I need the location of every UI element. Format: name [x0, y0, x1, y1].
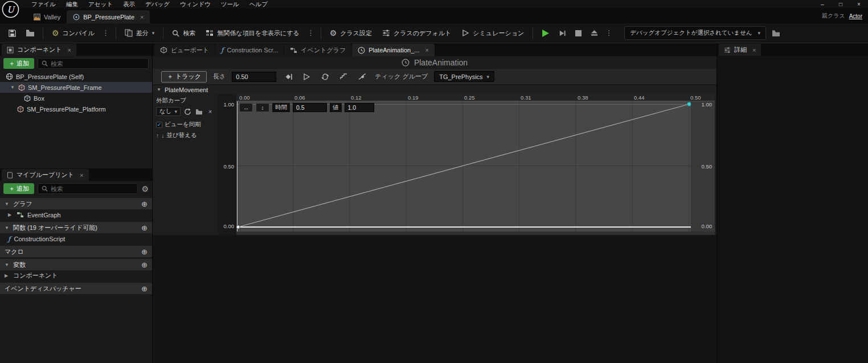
tab-details[interactable]: 詳細 × [719, 44, 761, 56]
tick-group-label: ティック グループ [375, 72, 428, 81]
add-blueprint-item-button[interactable]: ＋ 追加 [3, 183, 34, 194]
last-keyframe-button[interactable] [282, 73, 294, 80]
browse-curve-button[interactable] [194, 107, 203, 116]
eject-button[interactable] [587, 26, 601, 40]
tab-close-icon[interactable]: × [138, 14, 144, 20]
parent-class-link[interactable]: Actor [849, 13, 862, 19]
clear-curve-button[interactable]: × [206, 107, 215, 116]
menu-help[interactable]: ヘルプ [244, 0, 273, 9]
menu-window[interactable]: ウィンドウ [175, 0, 216, 9]
diff-icon [125, 29, 133, 37]
close-icon[interactable]: × [750, 47, 756, 53]
add-function-button[interactable]: ⊕ [141, 224, 148, 232]
expander-icon[interactable]: ▼ [157, 87, 162, 92]
loop-button[interactable] [319, 73, 331, 80]
close-window-button[interactable]: × [850, 0, 868, 9]
section-graphs[interactable]: ▼ グラフ ⊕ [0, 198, 152, 209]
expander-icon[interactable]: ▼ [10, 85, 15, 90]
class-defaults-button[interactable]: クラスのデフォルト [378, 26, 455, 40]
menu-view[interactable]: 表示 [118, 0, 140, 9]
tab-timeline[interactable]: PlateAnimation_... × [352, 44, 435, 56]
collapse-icon[interactable]: ▶ [5, 273, 10, 278]
move-down-icon[interactable]: ↓ [161, 132, 164, 139]
close-icon[interactable]: × [77, 172, 83, 179]
tab-my-blueprint[interactable]: マイブループリント × [2, 169, 89, 181]
item-construction-script[interactable]: ƒ ConstructionScript [0, 233, 152, 244]
tab-eventgraph[interactable]: イベントグラフ [284, 44, 351, 56]
time-tick: 0.38 [578, 94, 588, 101]
item-components-category[interactable]: ▶ コンポーネント [0, 270, 152, 281]
menu-edit[interactable]: 編集 [61, 0, 83, 9]
stairs-button[interactable] [338, 73, 350, 80]
browse-asset-button[interactable] [22, 26, 38, 40]
keyframe-value-input[interactable] [345, 103, 374, 112]
tree-label: SM_PressurePlate_Frame [28, 84, 102, 91]
add-macro-button[interactable]: ⊕ [141, 248, 148, 255]
section-variables[interactable]: ▼ 変数 ⊕ [0, 259, 152, 270]
play-button[interactable] [538, 26, 553, 40]
tab-construction-script[interactable]: ƒ Construction Scr... [215, 44, 284, 56]
filter-gear-icon[interactable]: ⚙ [141, 185, 149, 193]
use-selected-asset-button[interactable] [183, 107, 192, 116]
find-button[interactable]: 検索 [168, 26, 199, 40]
tab-viewport[interactable]: ビューポート [154, 44, 215, 56]
stop-button[interactable] [572, 26, 585, 40]
tree-row-frame[interactable]: ▼ SM_PressurePlate_Frame [0, 82, 152, 93]
curve-editor[interactable]: 0.00 0.06 0.12 0.19 0.25 0.31 0.38 0.44 … [236, 94, 715, 235]
item-construction-script-label: ConstructionScript [14, 236, 65, 242]
compile-button[interactable]: ⚙ コンパイル [48, 26, 99, 40]
diff-button[interactable]: 差分 ▾ [121, 26, 159, 40]
curve-options-button[interactable] [356, 73, 369, 80]
move-up-icon[interactable]: ↑ [156, 132, 159, 139]
debug-object-dropdown[interactable]: デバッグオブジェクトが選択されていません ▾ [624, 26, 766, 40]
components-panel: コンポーネント × ＋ 追加 BP_PressurePlate (Self) ▼ [0, 43, 153, 168]
tree-row-box[interactable]: Box [0, 93, 152, 104]
add-dispatcher-button[interactable]: ⊕ [141, 285, 148, 292]
tree-row-platform[interactable]: SM_PressurePlate_Platform [0, 104, 152, 114]
section-functions[interactable]: ▼ 関数 (19 オーバーライド可能) ⊕ [0, 222, 152, 233]
add-component-button[interactable]: ＋ 追加 [3, 58, 34, 69]
minimize-button[interactable]: – [813, 0, 832, 9]
menu-file[interactable]: ファイル [26, 0, 61, 9]
keyframe-time-input[interactable] [293, 103, 327, 112]
frame-skip-button[interactable] [555, 26, 570, 40]
save-button[interactable] [5, 26, 20, 40]
tree-row-self[interactable]: BP_PressurePlate (Self) [0, 71, 152, 82]
play-preview-button[interactable] [301, 73, 313, 80]
add-graph-button[interactable]: ⊕ [141, 200, 148, 208]
close-icon[interactable]: × [65, 47, 71, 53]
tab-level-valley[interactable]: Valley [27, 10, 67, 23]
tab-blueprint-asset[interactable]: BP_PressurePlate × [67, 10, 150, 23]
tick-group-dropdown[interactable]: TG_PrePhysics ▾ [434, 71, 494, 82]
my-blueprint-search-input[interactable] [51, 185, 134, 192]
fit-horizontal-button[interactable]: ↔ [239, 103, 253, 112]
track-header[interactable]: ▼ PlateMovement [153, 85, 716, 94]
menu-debug[interactable]: デバッグ [140, 0, 175, 9]
time-tick: 0.19 [408, 94, 419, 101]
debug-browse-button[interactable] [768, 26, 784, 40]
compile-options-button[interactable]: ⋮ [101, 29, 111, 37]
play-options-button[interactable]: ⋮ [604, 29, 614, 37]
external-curve-value: なし [159, 108, 171, 116]
time-ruler[interactable]: 0.00 0.06 0.12 0.19 0.25 0.31 0.38 0.44 … [236, 94, 715, 101]
hide-unrelated-options-button[interactable]: ⋮ [306, 29, 316, 37]
collapse-icon[interactable]: ▶ [8, 212, 13, 217]
tab-components[interactable]: コンポーネント × [2, 44, 76, 56]
close-icon[interactable]: × [423, 47, 428, 53]
external-curve-dropdown[interactable]: なし ▾ [156, 107, 181, 116]
simulation-button[interactable]: シミュレーション [457, 26, 528, 40]
add-variable-button[interactable]: ⊕ [141, 261, 148, 269]
maximize-button[interactable]: □ [832, 0, 850, 9]
section-macros[interactable]: マクロ ⊕ [0, 246, 152, 257]
sync-view-checkbox[interactable]: ✓ [156, 122, 162, 128]
menu-tools[interactable]: ツール [216, 0, 244, 9]
class-settings-button[interactable]: ⚙ クラス設定 [326, 26, 376, 40]
hide-unrelated-button[interactable]: 無関係な項目を非表示にする [202, 26, 303, 40]
components-search-input[interactable] [51, 60, 145, 67]
length-input[interactable] [232, 72, 276, 82]
section-event-dispatchers[interactable]: イベントディスパッチャー ⊕ [0, 283, 152, 294]
add-track-button[interactable]: ＋ トラック [161, 71, 207, 82]
item-eventgraph[interactable]: ▶ EventGraph [0, 209, 152, 220]
fit-vertical-button[interactable]: ↕ [256, 103, 269, 112]
menu-asset[interactable]: アセット [83, 0, 118, 9]
